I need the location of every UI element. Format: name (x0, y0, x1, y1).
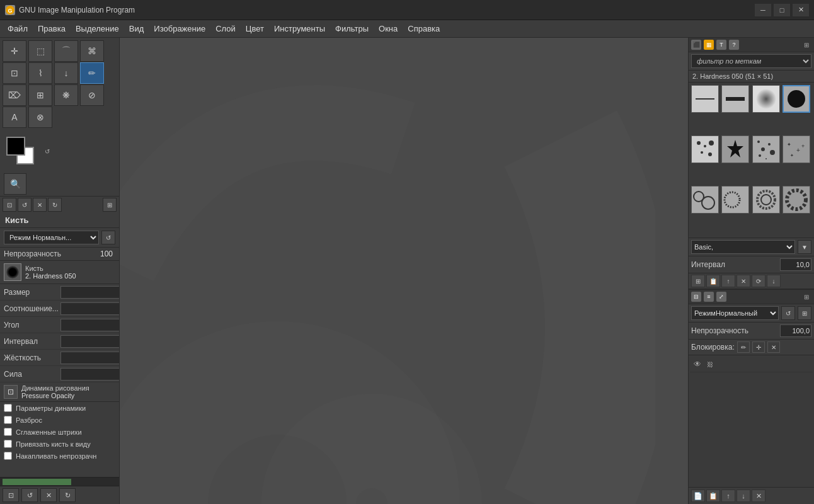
params-checkbox[interactable] (4, 404, 12, 412)
brush-set-expand[interactable]: ▼ (798, 240, 811, 254)
brush-act-new[interactable]: ⊞ (691, 275, 705, 287)
scatter-checkbox[interactable] (4, 416, 12, 424)
tool-eraser[interactable]: ⌦ (3, 84, 26, 106)
menu-help[interactable]: Справка (403, 21, 445, 36)
tool-heal[interactable]: ↓ (54, 62, 78, 84)
tool-align[interactable]: ⊞ (28, 84, 52, 106)
menu-filters[interactable]: Фильтры (330, 21, 374, 36)
mode-reset[interactable]: ↺ (101, 231, 115, 244)
paths-tab-icon[interactable]: ⤢ (716, 292, 726, 302)
brush-thumb-10[interactable] (721, 186, 749, 214)
menu-image[interactable]: Изображение (149, 21, 210, 36)
interval-input-right[interactable] (780, 258, 811, 271)
layers-mode-select[interactable]: РежимНормальный (691, 306, 779, 320)
brush-filter-select[interactable]: фильтр по меткам (691, 54, 811, 68)
foreground-color[interactable] (6, 137, 25, 156)
tool-rect-select[interactable]: ⬚ (28, 40, 52, 62)
size-input[interactable]: 51,00 (60, 286, 119, 299)
menu-windows[interactable]: Окна (374, 21, 403, 36)
tool-fuzzy-select[interactable]: ⌘ (80, 40, 104, 62)
brush-act-down[interactable]: ↓ (767, 275, 781, 287)
brush-thumb-2[interactable] (721, 85, 749, 113)
text-tab-icon[interactable]: T (716, 40, 726, 50)
smooth-checkbox-row[interactable]: Сглаженные штрихи (0, 426, 119, 438)
opt-btn-expand[interactable]: ⊞ (103, 198, 117, 212)
layers-list[interactable]: 👁 ⛓ (689, 355, 814, 487)
tool-color-pick[interactable]: ⊗ (28, 106, 52, 128)
params-checkbox-row[interactable]: Параметры динамики (0, 402, 119, 414)
brush-preview-row[interactable]: Кисть 2. Hardness 050 (0, 261, 119, 284)
force-input[interactable] (60, 368, 119, 381)
smooth-checkbox[interactable] (4, 428, 12, 436)
layer-act-up[interactable]: ↑ (721, 490, 735, 502)
brush-thumb-9[interactable] (691, 186, 719, 214)
brush-thumb-8[interactable]: ✦ + ✦ + (782, 135, 810, 163)
brush-thumb-3[interactable] (752, 85, 780, 113)
opt-btn-4[interactable]: ↻ (48, 198, 62, 212)
lock-move-btn[interactable]: ✛ (752, 341, 765, 353)
accumulate-checkbox[interactable] (4, 452, 12, 460)
menu-color[interactable]: Цвет (241, 21, 269, 36)
panel-expand-btn[interactable]: ⊞ (801, 40, 811, 50)
brush-thumb-4[interactable] (782, 85, 810, 113)
layer-item-1[interactable]: 👁 ⛓ (690, 357, 813, 372)
brush-thumb-1[interactable] (691, 85, 719, 113)
close-button[interactable]: ✕ (793, 4, 809, 16)
bottom-btn-4[interactable]: ↻ (59, 488, 76, 502)
brush-act-copy[interactable]: 📋 (706, 275, 720, 287)
brush-act-up[interactable]: ↑ (721, 275, 735, 287)
tool-zoom[interactable]: 🔍 (4, 173, 26, 195)
opt-btn-2[interactable]: ↺ (18, 198, 32, 212)
menu-layer[interactable]: Слой (210, 21, 241, 36)
brush-thumb-11[interactable] (752, 186, 780, 214)
patterns-tab-icon[interactable]: ▦ (704, 40, 714, 50)
menu-view[interactable]: Вид (124, 21, 149, 36)
channels-tab-icon[interactable]: ≡ (704, 292, 714, 302)
tool-path[interactable]: ⊘ (80, 84, 104, 106)
hardness-input[interactable] (60, 352, 119, 364)
ratio-input[interactable] (60, 302, 119, 315)
layer-act-delete[interactable]: ✕ (752, 490, 765, 502)
canvas-area[interactable] (120, 38, 688, 504)
tool-text[interactable]: A (3, 106, 26, 128)
menu-tools[interactable]: Инструменты (269, 21, 330, 36)
tool-lasso[interactable]: ⌒ (54, 40, 78, 62)
scatter-checkbox-row[interactable]: Разброс (0, 414, 119, 426)
angle-input[interactable] (60, 319, 119, 331)
menu-edit[interactable]: Правка (33, 21, 71, 36)
layers-mode-extra[interactable]: ⊞ (798, 306, 811, 320)
lock-all-btn[interactable]: ✕ (767, 341, 780, 353)
layer-act-down[interactable]: ↓ (737, 490, 750, 502)
bottom-btn-2[interactable]: ↺ (21, 488, 38, 502)
bottom-btn-3[interactable]: ✕ (40, 488, 57, 502)
restore-button[interactable]: □ (774, 4, 790, 16)
minimize-button[interactable]: ─ (755, 4, 771, 16)
tool-crop[interactable]: ⊡ (3, 62, 26, 84)
layers-opacity-input[interactable] (780, 324, 811, 337)
tool-clone[interactable]: ❋ (54, 84, 78, 106)
layer-visibility-icon[interactable]: 👁 (692, 359, 702, 369)
dynamics-row[interactable]: ⊡ Динамика рисования Pressure Opacity (0, 382, 119, 402)
menu-file[interactable]: Файл (3, 21, 33, 36)
layers-panel-expand-btn[interactable]: ⊞ (801, 292, 811, 302)
layer-act-copy[interactable]: 📋 (706, 490, 720, 502)
snap-checkbox-row[interactable]: Привязать кисть к виду (0, 438, 119, 450)
help-tab-icon[interactable]: ? (729, 40, 739, 50)
layers-tab-icon[interactable]: ⊟ (691, 292, 701, 302)
tool-move[interactable]: ✛ (3, 40, 26, 62)
brush-set-select[interactable]: Basic, (691, 240, 795, 254)
brush-act-delete[interactable]: ✕ (737, 275, 750, 287)
bottom-btn-1[interactable]: ⊡ (3, 488, 19, 502)
menu-select[interactable]: Выделение (71, 21, 124, 36)
brush-thumb-7[interactable] (752, 135, 780, 163)
interval-input[interactable] (60, 335, 119, 348)
tool-transform[interactable]: ⌇ (28, 62, 52, 84)
opt-btn-1[interactable]: ⊡ (3, 198, 16, 212)
opt-btn-3[interactable]: ✕ (33, 198, 47, 212)
snap-checkbox[interactable] (4, 440, 12, 448)
brush-act-refresh[interactable]: ⟳ (752, 275, 765, 287)
brush-mode-select[interactable]: Режим Нормальн... (4, 231, 99, 244)
layer-chain-icon[interactable]: ⛓ (705, 359, 715, 369)
tool-pencil[interactable]: ✏ (80, 62, 104, 84)
brush-thumb-12[interactable] (782, 186, 810, 214)
